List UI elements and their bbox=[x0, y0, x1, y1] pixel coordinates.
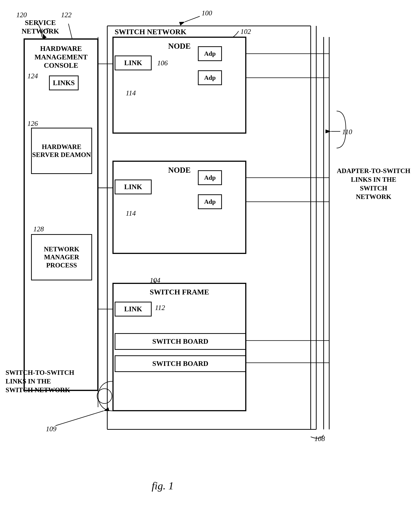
svg-point-45 bbox=[97, 389, 112, 404]
ref-108: 108 bbox=[315, 435, 325, 443]
node2-label: NODE bbox=[113, 166, 245, 175]
ref-102: 102 bbox=[240, 27, 251, 36]
switch-to-switch-label: SWITCH-TO-SWITCHLINKS IN THESWITCH NETWO… bbox=[6, 368, 83, 394]
switch-frame-link-box: LINK bbox=[115, 302, 152, 316]
ref-110: 110 bbox=[342, 128, 352, 136]
figure-caption: fig. 1 bbox=[152, 479, 174, 492]
switch-network-label: SWITCH NETWORK bbox=[115, 27, 187, 36]
node1-link-box: LINK bbox=[115, 55, 152, 70]
hmc-label: HARDWAREMANAGEMENTCONSOLE bbox=[29, 44, 93, 70]
adp3-box: Adp bbox=[198, 170, 222, 185]
diagram-container: 120 122 100 SERVICENETWORK SWITCH NETWOR… bbox=[0, 0, 420, 511]
node2-box: NODE bbox=[113, 161, 246, 253]
node1-label: NODE bbox=[113, 41, 245, 51]
ref-109: 109 bbox=[46, 425, 56, 433]
hmc-box bbox=[24, 39, 98, 390]
ref-114-2: 114 bbox=[126, 209, 136, 217]
switch-board2-box: SWITCH BOARD bbox=[115, 355, 246, 372]
ref-128: 128 bbox=[33, 225, 44, 233]
links-box: LINKS bbox=[49, 76, 79, 90]
adp1-box: Adp bbox=[198, 46, 222, 61]
ref-100: 100 bbox=[202, 9, 212, 17]
ref-120: 120 bbox=[16, 11, 27, 19]
ref-112: 112 bbox=[155, 304, 165, 312]
ref-114-1: 114 bbox=[126, 89, 136, 97]
network-manager-process-box: NETWORK MANAGER PROCESS bbox=[31, 234, 92, 280]
node2-link-box: LINK bbox=[115, 180, 152, 194]
ref-122: 122 bbox=[61, 11, 72, 19]
ref-124: 124 bbox=[27, 72, 38, 80]
ref-106: 106 bbox=[157, 59, 168, 67]
switch-frame-label: SWITCH FRAME bbox=[113, 288, 245, 297]
node1-box: NODE bbox=[113, 37, 246, 133]
hardware-server-deamon-box: HARDWARE SERVER DEAMON bbox=[31, 128, 92, 174]
switch-board1-box: SWITCH BOARD bbox=[115, 333, 246, 350]
ref-104: 104 bbox=[150, 276, 160, 284]
ref-126: 126 bbox=[27, 119, 38, 128]
adapter-to-switch-label: ADAPTER-TO-SWITCHLINKS IN THE SWITCHNETW… bbox=[337, 167, 411, 201]
service-network-label: SERVICENETWORK bbox=[16, 18, 64, 35]
adp2-box: Adp bbox=[198, 70, 222, 85]
adp4-box: Adp bbox=[198, 194, 222, 209]
